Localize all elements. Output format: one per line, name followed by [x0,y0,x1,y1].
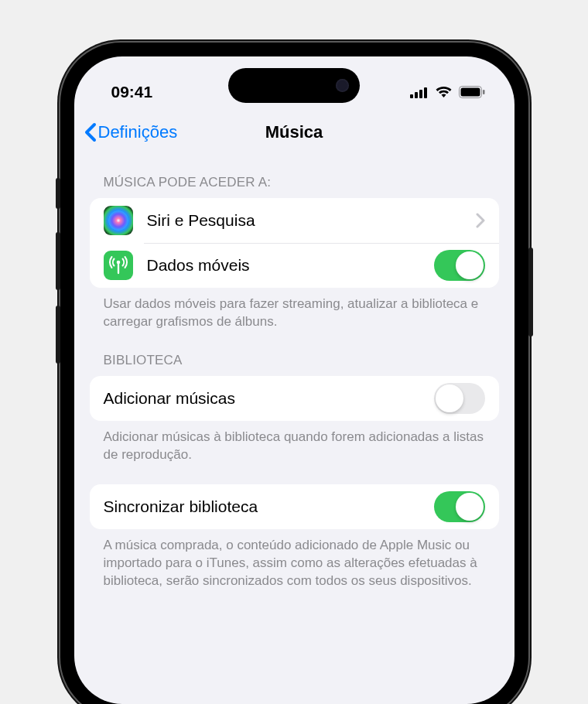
section-header-library: BIBLIOTECA [90,331,499,376]
back-label: Definições [98,122,178,142]
status-time: 09:41 [111,83,153,101]
svg-rect-6 [483,90,485,94]
volume-up-button [56,232,60,290]
svg-rect-3 [424,87,427,98]
cellular-label: Dados móveis [147,256,434,275]
add-songs-label: Adicionar músicas [104,389,434,408]
battery-icon [459,86,485,98]
group-access: Siri e Pesquisa [90,198,499,288]
access-footer: Usar dados móveis para fazer streaming, … [90,288,499,331]
phone-frame: 09:41 [60,43,528,704]
svg-rect-0 [410,94,413,98]
row-siri-search[interactable]: Siri e Pesquisa [90,198,499,243]
add-songs-toggle[interactable] [434,383,485,414]
group-add-songs: Adicionar músicas [90,376,499,421]
volume-down-button [56,306,60,364]
back-button[interactable]: Definições [84,122,178,142]
cellular-toggle[interactable] [434,250,485,281]
chevron-left-icon [84,122,97,142]
siri-icon [104,206,133,235]
sync-library-toggle[interactable] [434,491,485,522]
side-button [56,178,60,209]
add-songs-footer: Adicionar músicas à biblioteca quando fo… [90,421,499,464]
sync-library-footer: A música comprada, o conteúdo adicionado… [90,529,499,590]
svg-rect-5 [460,88,480,97]
group-sync-library: Sincronizar biblioteca [90,484,499,529]
row-cellular-data: Dados móveis [90,243,499,288]
antenna-icon [104,251,133,280]
front-camera [336,79,349,92]
page-title: Música [265,122,323,142]
wifi-icon [435,86,453,98]
nav-bar: Definições Música [74,111,514,153]
power-button [528,248,533,337]
row-add-songs: Adicionar músicas [90,376,499,421]
cellular-signal-icon [410,87,429,98]
siri-label: Siri e Pesquisa [147,211,476,230]
dynamic-island [228,68,360,103]
screen: 09:41 [74,56,514,704]
sync-library-label: Sincronizar biblioteca [104,497,434,516]
row-sync-library: Sincronizar biblioteca [90,484,499,529]
chevron-right-icon [476,213,485,228]
svg-rect-2 [419,90,422,98]
svg-rect-1 [415,92,418,98]
section-header-access: MÚSICA PODE ACEDER A: [90,153,499,198]
